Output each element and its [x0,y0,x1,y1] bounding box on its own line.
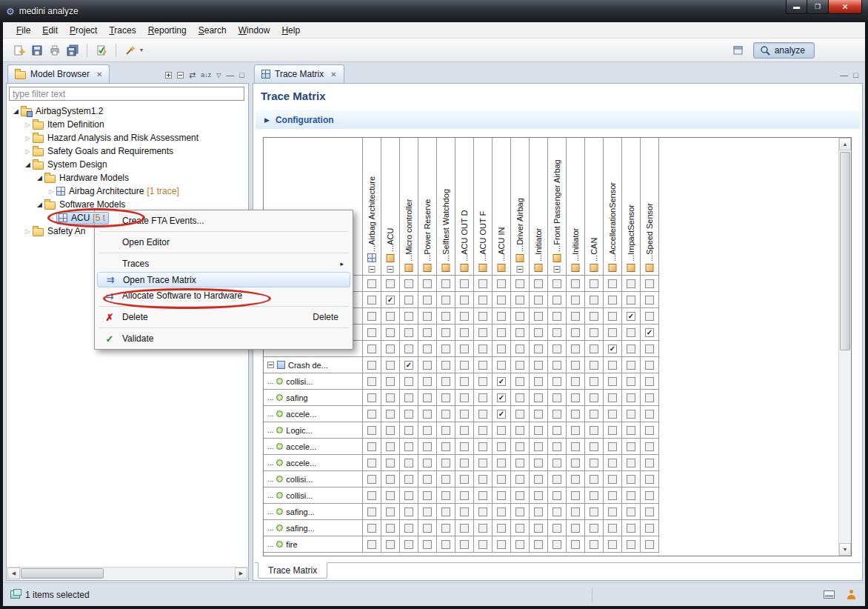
matrix-checkbox[interactable] [571,442,580,451]
matrix-checkbox[interactable] [552,296,561,304]
matrix-checkbox[interactable] [460,361,469,370]
matrix-column-impactsensor[interactable]: ...ImpactSensor [622,138,641,276]
matrix-checkbox[interactable] [515,393,524,402]
menubar-item-search[interactable]: Search [193,24,233,37]
matrix-checkbox[interactable] [645,540,654,549]
menubar-item-project[interactable]: Project [64,24,103,37]
collapse-all-icon[interactable] [177,72,184,79]
matrix-checkbox[interactable] [367,540,376,549]
matrix-checkbox[interactable] [608,426,617,435]
matrix-checkbox[interactable] [627,345,635,353]
matrix-checkbox[interactable] [571,312,580,321]
matrix-checkbox[interactable] [404,459,413,467]
matrix-checkbox[interactable] [386,491,395,500]
matrix-checkbox[interactable] [404,312,413,321]
matrix-checkbox[interactable] [645,279,654,288]
tree-expander-icon[interactable]: ▷ [23,135,33,142]
matrix-checkbox[interactable] [534,426,543,435]
save-all-icon[interactable] [64,41,81,59]
matrix-column-power-reserve[interactable]: ...Power Reserve [418,138,437,276]
matrix-checkbox[interactable] [515,296,524,304]
matrix-checkbox[interactable] [608,508,617,516]
matrix-checkbox[interactable] [423,377,432,386]
matrix-checkbox[interactable] [608,328,617,337]
matrix-checkbox[interactable] [497,361,506,370]
matrix-checkbox[interactable] [460,426,469,435]
matrix-checkbox[interactable] [534,524,543,533]
context-menu-item-allocate-software-to-hardware[interactable]: ⇉Allocate Software to Hardware [97,287,350,304]
matrix-checkbox[interactable] [423,279,432,288]
horizontal-scrollbar[interactable]: ◀ ▶ [7,567,247,579]
scrollbar-thumb[interactable] [840,152,850,350]
matrix-checkbox[interactable] [441,459,450,467]
matrix-checkbox[interactable] [627,442,635,451]
tree-item-hazard-analysis-and-risk-assessment[interactable]: ▷Hazard Analysis and Risk Assessment [7,131,248,144]
matrix-checkbox[interactable] [645,524,654,533]
matrix-row-label[interactable]: ...accele... [264,406,363,422]
matrix-checkbox[interactable] [478,508,487,516]
matrix-checkbox[interactable] [552,345,561,353]
matrix-checkbox[interactable] [367,312,376,321]
matrix-checkbox[interactable] [645,475,654,484]
matrix-checkbox[interactable] [552,442,561,451]
matrix-checkbox[interactable] [386,393,395,402]
matrix-checkbox[interactable] [608,296,617,304]
matrix-checkbox[interactable] [423,361,432,370]
matrix-checkbox[interactable] [627,279,635,288]
matrix-checkbox[interactable] [423,345,432,353]
matrix-checkbox[interactable] [497,475,506,484]
wand-dropdown-icon[interactable]: ▾ [140,47,143,53]
matrix-checkbox[interactable] [478,442,487,451]
tab-model-browser[interactable]: Model Browser ✕ [7,64,110,83]
matrix-checkbox[interactable] [404,426,413,435]
matrix-checkbox[interactable] [478,296,487,304]
matrix-checkbox[interactable] [386,328,395,337]
scroll-left-icon[interactable]: ◀ [7,568,20,579]
matrix-column-airbag-architecture[interactable]: ...Airbag Architecture [363,138,381,276]
matrix-checkbox[interactable] [515,524,524,533]
matrix-checkbox[interactable] [627,540,635,549]
matrix-checkbox[interactable] [460,524,469,533]
matrix-column-front-passenger-airbag[interactable]: ...Front Passenger Airbag [548,138,567,276]
matrix-column-selftest-watchdog[interactable]: ...Selftest Watchdog [437,138,455,276]
matrix-checkbox[interactable] [534,459,543,467]
matrix-checkbox[interactable] [534,361,543,370]
matrix-checkbox[interactable]: ✓ [497,410,506,419]
matrix-checkbox[interactable] [423,459,432,467]
matrix-checkbox[interactable] [460,410,469,419]
tree-item-acu[interactable]: ▷ACU[5 t [7,211,248,224]
matrix-checkbox[interactable] [460,345,469,353]
matrix-checkbox[interactable] [534,491,543,500]
matrix-checkbox[interactable] [404,296,413,304]
new-wizard-icon[interactable] [10,41,28,59]
matrix-checkbox[interactable] [571,393,580,402]
matrix-checkbox[interactable] [590,410,598,419]
matrix-checkbox[interactable] [590,377,598,386]
matrix-checkbox[interactable] [571,279,580,288]
matrix-checkbox[interactable] [552,279,561,288]
matrix-checkbox[interactable] [460,508,469,516]
matrix-checkbox[interactable] [423,410,432,419]
column-expander-icon[interactable] [387,266,394,273]
matrix-checkbox[interactable] [515,508,524,516]
context-menu-item-traces[interactable]: Traces▸ [97,256,350,272]
context-menu-item-validate[interactable]: ✓Validate [97,330,350,347]
tree-expander-icon[interactable]: ◢ [35,201,44,208]
matrix-checkbox[interactable] [386,410,395,419]
matrix-checkbox[interactable] [534,345,543,353]
matrix-checkbox[interactable] [497,524,506,533]
matrix-checkbox[interactable] [441,312,450,321]
matrix-checkbox[interactable] [627,524,635,533]
maximize-view-icon[interactable]: □ [853,71,858,79]
user-icon[interactable] [847,590,856,599]
matrix-checkbox[interactable] [515,345,524,353]
matrix-checkbox[interactable] [552,508,561,516]
matrix-checkbox[interactable] [386,508,395,516]
matrix-checkbox[interactable] [571,491,580,500]
matrix-checkbox[interactable] [423,508,432,516]
validate-icon[interactable] [93,41,110,59]
matrix-checkbox[interactable]: ✓ [404,361,413,370]
matrix-checkbox[interactable] [441,491,450,500]
matrix-checkbox[interactable] [367,475,376,484]
matrix-checkbox[interactable] [645,377,654,386]
